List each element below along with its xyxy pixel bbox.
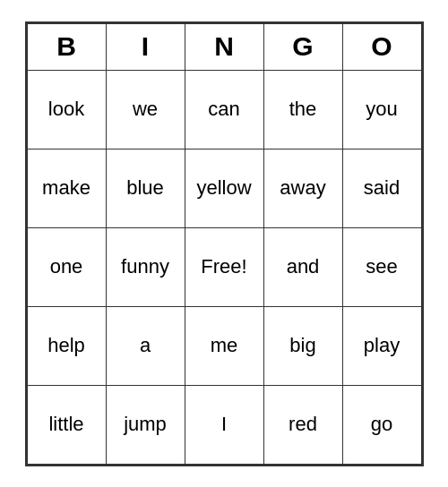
- table-cell: me: [185, 306, 263, 385]
- header-i: I: [106, 23, 185, 70]
- table-cell: I: [185, 385, 263, 464]
- header-g: G: [263, 23, 342, 70]
- table-cell: funny: [106, 227, 185, 306]
- table-cell: big: [263, 306, 342, 385]
- table-cell: blue: [106, 149, 185, 227]
- bingo-card: B I N G O lookwecantheyoumakeblueyellowa…: [25, 21, 424, 466]
- table-cell: little: [27, 385, 106, 464]
- table-cell: one: [27, 227, 106, 306]
- table-cell: can: [185, 70, 263, 149]
- table-cell: see: [342, 227, 421, 306]
- table-row: helpamebigplay: [27, 306, 421, 385]
- table-cell: yellow: [185, 149, 263, 227]
- bingo-body: lookwecantheyoumakeblueyellowawaysaidone…: [27, 70, 421, 464]
- table-cell: said: [342, 149, 421, 227]
- table-cell: and: [263, 227, 342, 306]
- header-b: B: [27, 23, 106, 70]
- table-row: littlejumpIredgo: [27, 385, 421, 464]
- table-row: makeblueyellowawaysaid: [27, 149, 421, 227]
- bingo-table: B I N G O lookwecantheyoumakeblueyellowa…: [27, 23, 422, 465]
- header-o: O: [342, 23, 421, 70]
- table-cell: a: [106, 306, 185, 385]
- table-cell: help: [27, 306, 106, 385]
- table-cell: Free!: [185, 227, 263, 306]
- table-cell: make: [27, 149, 106, 227]
- table-cell: red: [263, 385, 342, 464]
- table-row: onefunnyFree!andsee: [27, 227, 421, 306]
- table-cell: away: [263, 149, 342, 227]
- table-cell: you: [342, 70, 421, 149]
- header-row: B I N G O: [27, 23, 421, 70]
- table-cell: we: [106, 70, 185, 149]
- table-cell: jump: [106, 385, 185, 464]
- header-n: N: [185, 23, 263, 70]
- table-cell: the: [263, 70, 342, 149]
- table-cell: go: [342, 385, 421, 464]
- table-row: lookwecantheyou: [27, 70, 421, 149]
- table-cell: look: [27, 70, 106, 149]
- table-cell: play: [342, 306, 421, 385]
